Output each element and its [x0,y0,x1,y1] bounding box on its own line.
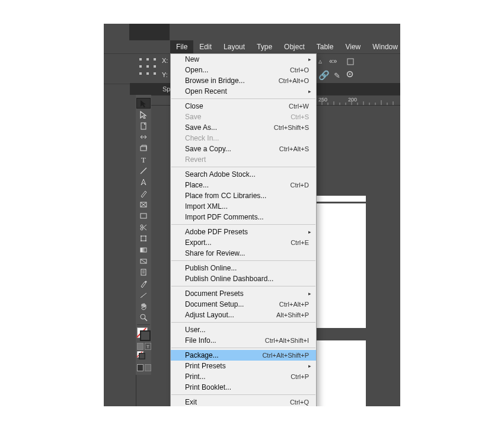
menu-item-label: Save As... [185,123,274,132]
rectangle-frame-tool[interactable] [136,199,151,210]
default-fill-stroke[interactable] [137,351,145,359]
menu-item-shortcut: Ctrl+Shift+S [274,124,309,131]
content-collector-tool[interactable] [136,143,151,154]
measure-tool[interactable] [136,289,151,300]
menu-item-label: Print Booklet... [185,383,309,391]
menu-item-shortcut: Ctrl+Alt+Shift+P [262,352,309,359]
line-tool[interactable] [136,165,151,176]
file-menu-new[interactable]: New▸ [171,54,316,65]
menu-layout[interactable]: Layout [218,40,251,53]
file-menu-package[interactable]: Package...Ctrl+Alt+Shift+P [171,350,316,361]
menu-separator [171,286,315,286]
menu-window[interactable]: Window [366,40,400,53]
rectangle-tool[interactable] [136,211,151,221]
app-window: Id FileEditLayoutTypeObjectTableViewWind… [104,24,400,406]
file-menu-search-adobe-stock[interactable]: Search Adobe Stock... [171,169,316,180]
file-menu-export[interactable]: Export...Ctrl+E [171,237,316,248]
file-menu-document-setup[interactable]: Document Setup...Ctrl+Alt+P [171,299,316,310]
file-menu-print-booklet[interactable]: Print Booklet... [171,382,316,393]
menu-view[interactable]: View [339,40,366,53]
file-menu-import-xml[interactable]: Import XML... [171,201,316,212]
x-label: X: [162,57,168,64]
scissors-tool[interactable] [136,222,151,232]
file-menu-close[interactable]: CloseCtrl+W [171,101,316,112]
reference-point-grid[interactable] [139,58,157,76]
free-transform-tool[interactable] [136,233,151,244]
file-menu-adjust-layout[interactable]: Adjust Layout...Alt+Shift+P [171,310,316,320]
link-icon[interactable]: 🔗 [318,70,330,81]
type-tool[interactable]: T [136,154,151,165]
menu-item-label: Document Presets [185,289,309,298]
triangle-up-icon[interactable]: ▵ [318,57,322,65]
menu-file[interactable]: File [170,40,193,53]
svg-point-42 [145,281,147,283]
page-fragment [315,340,366,406]
file-menu-browse-in-bridge[interactable]: Browse in Bridge...Ctrl+Alt+O [171,75,316,86]
svg-point-36 [145,240,146,241]
gap-tool[interactable] [136,132,151,142]
menu-edit[interactable]: Edit [193,40,218,53]
menu-item-label: Save a Copy... [185,145,279,153]
menu-item-label: Search Adobe Stock... [185,170,309,179]
svg-line-44 [142,297,142,297]
hand-tool[interactable] [136,301,151,311]
file-menu-user[interactable]: User... [171,324,316,335]
note-tool[interactable] [136,267,151,278]
menu-item-label: Adobe PDF Presets [185,228,309,236]
page-fragment [315,203,366,328]
menu-item-shortcut: Ctrl+Q [290,399,309,406]
gradient-swatch-tool[interactable] [136,244,151,255]
file-menu-place[interactable]: Place...Ctrl+D [171,180,316,190]
svg-point-35 [141,240,142,241]
file-menu-import-pdf-comments[interactable]: Import PDF Comments... [171,212,316,222]
zoom-tool[interactable] [136,312,151,323]
menu-item-shortcut: Ctrl+P [291,373,309,380]
file-menu-print-presets[interactable]: Print Presets▸ [171,361,316,371]
file-menu-revert: Revert [171,154,316,165]
gradient-feather-tool[interactable] [136,256,151,266]
view-mode-toggle[interactable] [136,363,151,371]
file-menu-file-info[interactable]: File Info...Ctrl+Alt+Shift+I [171,335,316,346]
chevrons-icon[interactable]: «» [329,57,337,65]
file-menu-document-presets[interactable]: Document Presets▸ [171,288,316,299]
menu-item-label: Save [185,113,291,121]
svg-point-34 [145,235,146,237]
eyedropper-tool[interactable] [136,278,151,289]
svg-rect-37 [141,248,146,252]
brush-icon[interactable]: ✎ [334,71,340,80]
menu-type[interactable]: Type [251,40,278,53]
pen-tool[interactable] [136,177,151,187]
selection-tool[interactable] [136,98,151,109]
menu-separator [171,224,315,225]
svg-rect-27 [141,214,146,218]
menu-item-label: Browse in Bridge... [185,77,279,85]
file-menu-adobe-pdf-presets[interactable]: Adobe PDF Presets▸ [171,227,316,237]
page-tool[interactable] [136,120,151,131]
menu-object[interactable]: Object [278,40,311,53]
pencil-tool[interactable] [136,188,151,199]
fill-stroke-swatch[interactable] [137,327,150,340]
control-bar-right: ▵ «» 🔗 ✎ [317,55,400,82]
file-menu-dropdown: New▸Open...Ctrl+OBrowse in Bridge...Ctrl… [170,53,317,406]
menu-item-label: Place... [185,181,291,189]
box-icon[interactable] [347,58,354,67]
file-menu-place-from-cc-libraries[interactable]: Place from CC Libraries... [171,190,316,201]
menu-item-shortcut: Alt+Shift+P [276,311,309,318]
file-menu-save-a-copy[interactable]: Save a Copy...Ctrl+Alt+S [171,144,316,154]
file-menu-publish-online[interactable]: Publish Online... [171,263,316,273]
file-menu-open[interactable]: Open...Ctrl+O [171,65,316,75]
direct-selection-tool[interactable] [136,109,151,120]
file-menu-share-for-review[interactable]: Share for Review... [171,248,316,259]
file-menu-print[interactable]: Print...Ctrl+P [171,371,316,382]
file-menu-exit[interactable]: ExitCtrl+Q [171,397,316,406]
svg-rect-4 [347,59,353,65]
menu-separator [171,394,315,395]
formatting-affects-toggle[interactable]: T [136,342,151,350]
menu-item-label: Import XML... [185,202,309,211]
file-menu-publish-online-dashboard[interactable]: Publish Online Dashboard... [171,273,316,284]
file-menu-open-recent[interactable]: Open Recent▸ [171,86,316,97]
menu-item-label: New [185,55,309,63]
gear-icon[interactable] [346,70,354,80]
file-menu-save-as[interactable]: Save As...Ctrl+Shift+S [171,122,316,133]
menu-table[interactable]: Table [311,40,340,53]
